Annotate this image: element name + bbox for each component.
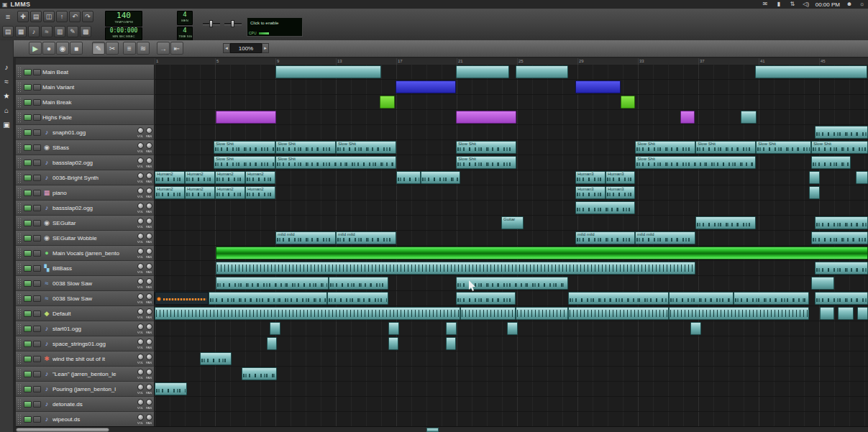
track-grip-handle[interactable] bbox=[17, 188, 22, 198]
pattern-segment[interactable]: Slow Shit bbox=[275, 141, 336, 154]
volume-knob[interactable]: VOL bbox=[137, 339, 144, 349]
record-while-playing-button[interactable]: ◉ bbox=[56, 42, 69, 55]
pan-knob-dial[interactable] bbox=[146, 263, 152, 270]
pattern-segment[interactable]: mild mild bbox=[336, 231, 396, 244]
pattern-segment[interactable] bbox=[809, 171, 820, 184]
mute-button[interactable] bbox=[24, 326, 32, 332]
volume-knob[interactable]: VOL bbox=[137, 354, 144, 364]
pattern-segment[interactable] bbox=[388, 322, 399, 335]
pattern-segment[interactable] bbox=[680, 111, 695, 124]
track-name[interactable]: Highs Fade bbox=[42, 114, 154, 121]
automation-editor-button[interactable]: ≈ bbox=[41, 26, 52, 37]
mute-button[interactable] bbox=[24, 371, 32, 377]
track-name[interactable]: Main Beat bbox=[42, 69, 154, 75]
pattern-segment[interactable] bbox=[456, 111, 516, 124]
solo-button[interactable] bbox=[33, 175, 41, 181]
solo-button[interactable] bbox=[33, 295, 41, 302]
pattern-segment[interactable] bbox=[811, 156, 851, 169]
solo-button[interactable] bbox=[33, 99, 41, 106]
pattern-segment[interactable]: Slow Shit bbox=[635, 141, 695, 154]
pan-knob[interactable]: PAN bbox=[145, 399, 152, 410]
pattern-segment[interactable] bbox=[456, 65, 509, 78]
pan-knob-dial[interactable] bbox=[146, 248, 152, 254]
track-grip-handle[interactable] bbox=[17, 97, 22, 108]
track-grip-handle[interactable] bbox=[17, 248, 22, 259]
volume-knob[interactable]: VOL bbox=[137, 233, 144, 244]
pattern-segment[interactable] bbox=[621, 96, 635, 109]
pattern-segment[interactable]: Human2 bbox=[155, 186, 185, 199]
pattern-segment[interactable] bbox=[216, 262, 695, 275]
track-name[interactable]: Default bbox=[52, 311, 128, 317]
master-volume-slider[interactable] bbox=[203, 19, 220, 28]
volume-knob[interactable]: VOL bbox=[137, 278, 144, 289]
pattern-segment[interactable] bbox=[669, 307, 809, 320]
track-name[interactable]: SEGuitar bbox=[52, 220, 128, 226]
mute-button[interactable] bbox=[24, 265, 32, 272]
pattern-segment[interactable] bbox=[741, 111, 757, 124]
pan-knob-dial[interactable] bbox=[146, 203, 152, 209]
jump-forward-button[interactable]: → bbox=[157, 42, 170, 55]
pattern-segment[interactable]: Human2 bbox=[155, 171, 185, 184]
timesig-numerator[interactable]: 4 MEN bbox=[177, 11, 193, 25]
edit-behaviour-alt-button[interactable]: ≋ bbox=[137, 42, 150, 55]
track-name[interactable]: SEGuitar Wobble bbox=[52, 235, 128, 242]
volume-knob-dial[interactable] bbox=[137, 173, 144, 179]
volume-knob-dial[interactable] bbox=[137, 354, 144, 360]
track-name[interactable]: Main Break bbox=[42, 99, 154, 106]
pattern-segment[interactable] bbox=[575, 81, 621, 93]
pattern-segment[interactable] bbox=[421, 171, 460, 184]
zoom-out-button[interactable]: ◂ bbox=[223, 43, 230, 53]
pattern-segment[interactable]: Slow Shit bbox=[336, 141, 396, 154]
pan-knob[interactable]: PAN bbox=[145, 384, 152, 395]
pan-knob[interactable]: PAN bbox=[145, 354, 152, 364]
mute-button[interactable] bbox=[24, 356, 32, 362]
pan-knob-dial[interactable] bbox=[146, 157, 152, 164]
track-name[interactable]: space_strings01.ogg bbox=[52, 341, 128, 347]
volume-knob-dial[interactable] bbox=[137, 323, 144, 330]
pattern-segment[interactable] bbox=[695, 216, 756, 229]
pattern-segment[interactable] bbox=[516, 65, 568, 78]
pan-knob-dial[interactable] bbox=[146, 188, 152, 194]
pan-knob-dial[interactable] bbox=[146, 142, 152, 149]
solo-button[interactable] bbox=[33, 190, 41, 196]
mute-button[interactable] bbox=[24, 235, 32, 242]
track-grip-handle[interactable] bbox=[17, 218, 22, 229]
zoom-in-button[interactable]: ▸ bbox=[262, 43, 269, 53]
pan-knob-dial[interactable] bbox=[146, 399, 152, 405]
pan-knob-dial[interactable] bbox=[146, 369, 152, 375]
solo-button[interactable] bbox=[33, 250, 41, 257]
redo-button[interactable]: ↷ bbox=[82, 11, 93, 22]
pattern-segment[interactable] bbox=[755, 65, 867, 78]
pattern-segment[interactable]: Human2 bbox=[245, 186, 275, 199]
open-project-button[interactable]: ▤ bbox=[30, 11, 42, 22]
pattern-segment[interactable]: Human2 bbox=[185, 186, 215, 199]
pattern-segment[interactable] bbox=[396, 81, 456, 93]
pattern-segment[interactable] bbox=[516, 307, 568, 320]
pattern-segment[interactable]: Guitar bbox=[501, 216, 524, 229]
pattern-segment[interactable]: Human3 bbox=[575, 186, 606, 199]
track-name[interactable]: wipeout.ds bbox=[52, 416, 128, 423]
track-grip-handle[interactable] bbox=[17, 369, 22, 380]
track-grip-handle[interactable] bbox=[17, 308, 22, 319]
play-button[interactable]: ▶ bbox=[29, 42, 42, 55]
solo-button[interactable] bbox=[33, 311, 41, 317]
pattern-segment[interactable] bbox=[216, 277, 329, 290]
pattern-segment[interactable]: Human2 bbox=[185, 171, 215, 184]
pattern-segment[interactable] bbox=[209, 292, 327, 305]
pattern-segment[interactable] bbox=[267, 337, 277, 350]
mute-button[interactable] bbox=[24, 250, 32, 257]
save-project-button[interactable]: ◫ bbox=[43, 11, 55, 22]
master-pitch-slider[interactable] bbox=[224, 19, 242, 28]
volume-knob-dial[interactable] bbox=[137, 263, 144, 270]
track-name[interactable]: 0038 Slow Saw bbox=[52, 295, 128, 302]
settings-icon[interactable]: ☼ bbox=[858, 0, 867, 9]
pattern-segment[interactable]: Slow Shit bbox=[811, 141, 868, 154]
track-grip-handle[interactable] bbox=[17, 142, 22, 153]
pan-knob-dial[interactable] bbox=[146, 339, 152, 345]
mute-button[interactable] bbox=[24, 311, 32, 317]
pattern-segment[interactable] bbox=[396, 171, 421, 184]
solo-button[interactable] bbox=[33, 160, 41, 166]
pattern-segment[interactable] bbox=[446, 322, 457, 335]
pattern-segment[interactable] bbox=[820, 307, 834, 320]
pattern-segment[interactable] bbox=[811, 277, 834, 290]
